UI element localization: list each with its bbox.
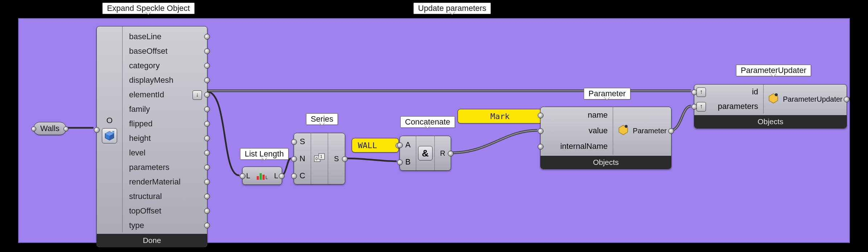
expand-output-column: baseLine baseOffset category displayMesh… [123, 27, 207, 232]
out-renderMaterial[interactable]: renderMaterial [123, 175, 207, 189]
svg-point-14 [625, 125, 628, 128]
ampersand-icon: & [416, 136, 434, 170]
updater-footer: Objects [694, 115, 847, 128]
series-in-S[interactable]: S [294, 133, 311, 150]
walls-label: Walls [40, 124, 59, 133]
speckle-cube-icon [102, 128, 117, 143]
param-out[interactable]: Parameter [613, 107, 671, 154]
series-icon: 0 1 [311, 133, 328, 184]
param-in-internalName[interactable]: internalName [541, 139, 613, 154]
param-in-name[interactable]: name [541, 107, 613, 123]
tooltip-update: Update parameters [413, 3, 491, 14]
out-elementId[interactable]: elementId ↓ [123, 88, 207, 102]
concat-in-B[interactable]: B [400, 153, 416, 170]
expand-input-grip[interactable] [94, 127, 100, 133]
svg-point-16 [775, 93, 778, 96]
tooltip-parameter: Parameter [584, 88, 631, 99]
panel-wall[interactable]: WALL [352, 138, 399, 153]
updater-in-parameters[interactable]: ↑ parameters [694, 99, 763, 114]
out-height[interactable]: height [123, 131, 207, 146]
out-family[interactable]: family [123, 102, 207, 117]
out-type[interactable]: type [123, 218, 207, 233]
concat-in-A[interactable]: A [400, 136, 416, 153]
svg-rect-7 [263, 175, 265, 180]
tooltip-listlength: List Length [240, 148, 289, 160]
svg-text:1: 1 [320, 154, 322, 159]
updater-id-arrow-icon[interactable]: ↑ [697, 88, 706, 97]
svg-text:0: 0 [315, 157, 318, 161]
listlen-in-grip[interactable] [240, 173, 245, 179]
updater-in-id[interactable]: ↑ id [694, 85, 763, 99]
out-structural[interactable]: structural [123, 189, 207, 204]
expand-input-column: O [97, 27, 123, 232]
speckle-hex-icon [617, 124, 629, 138]
parameter-footer: Objects [541, 156, 671, 169]
expand-footer: Done [97, 234, 207, 247]
updater-out[interactable]: ParameterUpdater [764, 85, 847, 114]
panel-wall-text: WALL [358, 141, 377, 150]
tooltip-updater: ParameterUpdater [736, 65, 811, 76]
out-flipped[interactable]: flipped [123, 117, 207, 131]
listlen-out: L [274, 172, 278, 180]
parameter-updater-node[interactable]: ↑ id ↑ parameters ParameterUpdater [694, 84, 847, 129]
out-topOffset[interactable]: topOffset [123, 204, 207, 218]
svg-rect-3 [112, 131, 114, 132]
svg-rect-5 [257, 176, 259, 180]
walls-param[interactable]: Walls [33, 122, 66, 135]
parameter-node[interactable]: name value internalName Parameter Object… [540, 107, 671, 169]
expand-input-label: O [106, 116, 112, 125]
series-in-N[interactable]: N [294, 150, 311, 167]
list-length-icon: L [256, 170, 268, 182]
expand-elementid-arrow-icon[interactable]: ↓ [193, 90, 202, 100]
svg-rect-6 [260, 173, 262, 180]
out-baseOffset[interactable]: baseOffset [123, 44, 207, 58]
grasshopper-canvas[interactable]: Expand Speckle Object Update parameters … [18, 18, 850, 243]
expand-speckle-object-node[interactable]: O baseLine baseOffset category displayMe… [96, 26, 207, 247]
concat-out-R[interactable]: R [434, 136, 451, 170]
panel-mark[interactable]: Mark [458, 109, 542, 123]
svg-rect-4 [112, 133, 114, 133]
out-category[interactable]: category [123, 58, 207, 73]
series-node[interactable]: S N C 0 1 S [294, 133, 345, 184]
out-displayMesh[interactable]: displayMesh [123, 73, 207, 88]
series-out-S[interactable]: S [328, 133, 345, 184]
updater-params-arrow-icon[interactable]: ↑ [697, 102, 706, 111]
list-length-node[interactable]: L L L [242, 167, 282, 185]
tooltip-concat: Concatenate [400, 116, 455, 128]
series-in-C[interactable]: C [294, 167, 311, 184]
out-parameters[interactable]: parameters [123, 160, 207, 175]
listlen-out-grip[interactable] [279, 173, 285, 179]
out-level[interactable]: level [123, 146, 207, 160]
tooltip-series: Series [306, 113, 338, 125]
svg-text:L: L [265, 175, 268, 180]
param-in-value[interactable]: value [541, 123, 613, 138]
concatenate-node[interactable]: A B & R [400, 136, 451, 171]
tooltip-expand: Expand Speckle Object [102, 3, 195, 14]
speckle-hex-icon [768, 93, 779, 106]
listlen-in: L [246, 172, 250, 180]
panel-mark-text: Mark [491, 112, 510, 121]
out-baseLine[interactable]: baseLine [123, 29, 207, 44]
